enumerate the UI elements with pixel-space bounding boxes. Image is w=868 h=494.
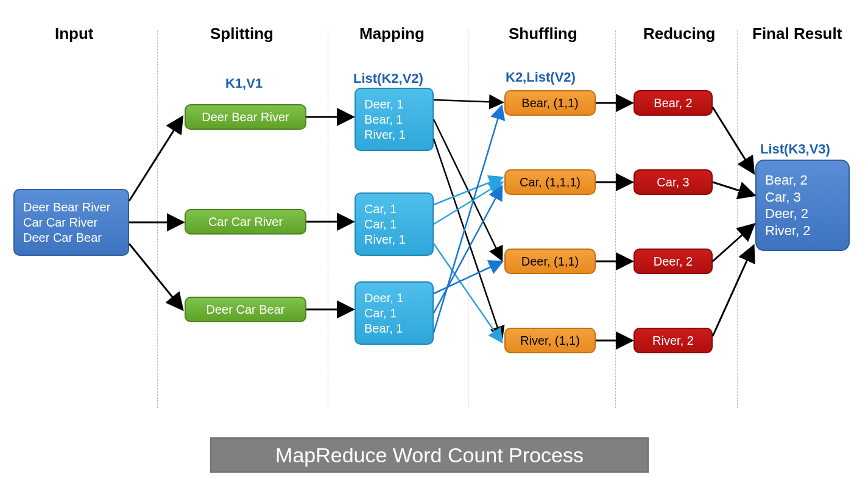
final-line: River, 2 [765, 222, 811, 239]
arrows-layer [0, 0, 868, 494]
sublabel-listk3v3: List(K3,V3) [760, 141, 830, 157]
stage-header-final: Final Result [752, 24, 842, 43]
map-box-0: Deer, 1 Bear, 1 River, 1 [355, 88, 434, 151]
separator [157, 30, 158, 408]
split-text: Car Car River [208, 214, 283, 230]
split-text: Deer Car Bear [206, 302, 285, 317]
sublabel-listk2v2: List(K2,V2) [353, 71, 423, 86]
shuffle-box-0: Bear, (1,1) [504, 90, 596, 116]
final-line: Car, 3 [765, 189, 801, 206]
stage-header-shuffling: Shuffling [509, 24, 577, 43]
reduce-box-2: Deer, 2 [633, 249, 713, 274]
svg-line-2 [129, 244, 182, 308]
final-box: Bear, 2 Car, 3 Deer, 2 River, 2 [755, 160, 850, 251]
separator [328, 30, 328, 408]
final-line: Bear, 2 [765, 172, 808, 189]
input-line: Deer Car Bear [23, 230, 102, 245]
svg-line-19 [713, 107, 753, 172]
diagram-title: MapReduce Word Count Process [210, 437, 649, 473]
reduce-box-1: Car, 3 [633, 169, 713, 195]
shuffle-text: Deer, (1,1) [521, 254, 579, 269]
split-box-0: Deer Bear River [185, 104, 306, 130]
reduce-text: River, 2 [652, 333, 694, 348]
shuffle-box-2: Deer, (1,1) [504, 249, 596, 274]
separator [737, 30, 738, 408]
sublabel-k1v1: K1,V1 [225, 76, 263, 91]
split-box-1: Car Car River [185, 209, 306, 235]
map-line: Bear, 1 [364, 321, 403, 336]
final-line: Deer, 2 [765, 205, 808, 222]
reduce-text: Deer, 2 [654, 254, 693, 269]
svg-line-21 [713, 225, 753, 261]
shuffle-box-3: River, (1,1) [504, 328, 596, 353]
map-line: River, 1 [364, 127, 406, 143]
diagram-title-text: MapReduce Word Count Process [275, 443, 584, 467]
split-text: Deer Bear River [202, 110, 289, 125]
input-line: Deer Bear River [23, 200, 110, 215]
reduce-text: Car, 3 [657, 175, 689, 190]
shuffle-box-1: Car, (1,1,1) [504, 169, 596, 195]
reduce-box-0: Bear, 2 [633, 90, 713, 116]
reduce-text: Bear, 2 [654, 96, 692, 111]
svg-line-22 [713, 247, 753, 336]
separator [468, 30, 468, 408]
map-line: Car, 1 [364, 202, 397, 217]
input-line: Car Car River [23, 215, 97, 230]
svg-line-0 [129, 118, 182, 201]
input-box: Deer Bear River Car Car River Deer Car B… [13, 189, 129, 256]
stage-header-input: Input [55, 24, 94, 43]
shuffle-text: Bear, (1,1) [521, 96, 578, 111]
map-line: Deer, 1 [364, 291, 403, 306]
shuffle-text: River, (1,1) [520, 333, 580, 348]
map-line: Car, 1 [364, 217, 397, 232]
svg-line-20 [713, 182, 753, 195]
map-box-1: Car, 1 Car, 1 River, 1 [355, 192, 434, 256]
map-box-2: Deer, 1 Car, 1 Bear, 1 [355, 281, 434, 345]
separator [615, 30, 616, 408]
sublabel-k2listv2: K2,List(V2) [506, 69, 576, 85]
map-line: Deer, 1 [364, 97, 403, 112]
stage-header-mapping: Mapping [359, 24, 425, 43]
map-line: Car, 1 [364, 306, 397, 321]
stage-header-splitting: Splitting [210, 24, 273, 43]
split-box-2: Deer Car Bear [185, 297, 306, 322]
shuffle-text: Car, (1,1,1) [520, 175, 580, 190]
stage-header-reducing: Reducing [643, 24, 715, 43]
map-line: Bear, 1 [364, 112, 403, 127]
reduce-box-3: River, 2 [633, 328, 713, 353]
map-line: River, 1 [364, 232, 406, 247]
